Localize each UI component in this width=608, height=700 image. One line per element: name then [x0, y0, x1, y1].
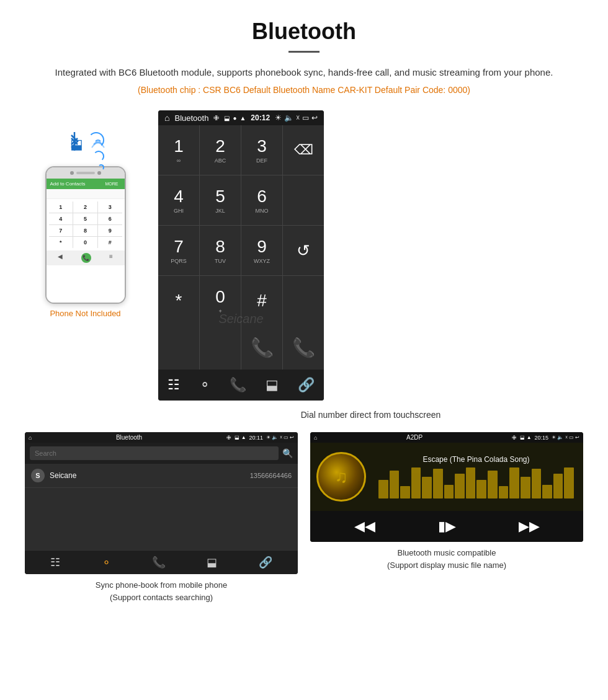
dial-key-4[interactable]: 4 GHI — [158, 175, 199, 225]
dial-cell-backspace[interactable]: ⌫ — [283, 125, 324, 175]
phone-key-6: 6 — [98, 213, 122, 224]
hu-title: Bluetooth — [174, 113, 208, 123]
dial-key-7[interactable]: 7 PQRS — [158, 226, 199, 275]
grid-icon[interactable]: ☷ — [168, 377, 180, 393]
pb-person-icon[interactable]: ⚬ — [102, 556, 111, 569]
dial-key-9[interactable]: 9 WXYZ — [241, 226, 282, 275]
link-icon[interactable]: 🔗 — [298, 377, 315, 393]
phone-screen-header: Add to Contacts MORE — [47, 179, 125, 189]
bluetooth-bar-icon[interactable]: ⬓ — [266, 377, 279, 393]
music-time: 20:15 — [535, 435, 549, 441]
music-title: A2DP — [320, 434, 508, 441]
location-icon: ● — [233, 115, 236, 122]
dial-key-0[interactable]: 0 + — [200, 276, 241, 326]
person-icon[interactable]: ⚬ — [199, 377, 210, 393]
next-track-icon[interactable]: ▶▶ — [519, 518, 540, 534]
dial-key-1[interactable]: 1 ∞ — [158, 125, 199, 175]
dial-cell-empty-5 — [158, 326, 199, 370]
dial-call-red-btn[interactable]: 📞 — [283, 326, 324, 370]
pb-grid-icon[interactable]: ☷ — [50, 556, 60, 569]
pb-bt-icon: ⬓ — [235, 435, 239, 440]
phone-number-display — [47, 189, 125, 199]
dial-key-hash[interactable]: # — [241, 276, 282, 326]
phone-key-3: 3 — [98, 202, 122, 213]
pb-contact-row: S Seicane 13566664466 — [25, 464, 298, 488]
phone-key-0: 0 — [73, 237, 97, 248]
pb-contact-name: Seicane — [50, 471, 245, 480]
prev-track-icon[interactable]: ◀◀ — [354, 518, 375, 534]
refresh-icon: ↺ — [297, 241, 310, 260]
phone-sensor — [97, 171, 101, 175]
pb-search-icon[interactable]: 🔍 — [282, 448, 293, 458]
music-item: ⌂ A2DP ✙ ⬓ ▲ 20:15 ☀ 🔈 ☓ ▭ ↩ ♫ — [310, 432, 583, 603]
dial-screen-wrapper: ⌂ Bluetooth ✙ ⬓ ● ▲ 20:12 ☀ 🔈 ☓ ▭ ↩ — [158, 110, 324, 401]
music-note-icon: ♫ — [335, 467, 348, 487]
phone-camera — [70, 171, 74, 175]
phone-speaker — [76, 172, 95, 174]
phone-header-label: Add to Contacts — [50, 181, 86, 187]
dial-key-5[interactable]: 5 JKL — [200, 175, 241, 225]
pb-link-icon[interactable]: 🔗 — [259, 556, 272, 569]
phone-mockup: Add to Contacts MORE 1 2 3 4 5 6 7 8 9 — [45, 166, 126, 304]
music-viz: Escape (The Pina Colada Song) — [375, 455, 577, 498]
phone-key-7: 7 — [49, 225, 73, 236]
phone-key-9: 9 — [98, 225, 122, 236]
eq-bar — [521, 477, 530, 498]
page-title: Bluetooth — [25, 19, 583, 45]
back-icon: ↩ — [311, 113, 318, 122]
hu-home-icon: ⌂ — [164, 113, 169, 123]
music-status-bar: ⌂ A2DP ✙ ⬓ ▲ 20:15 ☀ 🔈 ☓ ▭ ↩ — [310, 432, 583, 443]
dial-key-8[interactable]: 8 TUV — [200, 226, 241, 275]
pb-signal-icon: ▲ — [241, 435, 246, 440]
music-home-icon: ⌂ — [314, 435, 317, 441]
dial-key-6[interactable]: 6 MNO — [241, 175, 282, 225]
eq-bar — [553, 474, 563, 498]
eq-bar — [411, 467, 421, 498]
phone-key-2: 2 — [73, 202, 97, 213]
music-caption: Bluetooth music compatible(Support displ… — [310, 547, 583, 571]
pb-phone-icon[interactable]: 📞 — [152, 556, 166, 569]
hu-time: 20:12 — [251, 113, 270, 122]
window-icon: ▭ — [302, 113, 309, 122]
backspace-icon: ⌫ — [294, 142, 313, 158]
eq-bar — [532, 469, 542, 498]
eq-bar — [400, 486, 410, 498]
dial-call-green-btn[interactable]: 📞 — [241, 326, 282, 370]
call-red-icon: 📞 — [292, 337, 315, 358]
bluetooth-signal-icon: ⬓ — [67, 129, 104, 160]
dial-key-star[interactable]: * — [158, 276, 199, 326]
phone-back-icon: ◀ — [58, 253, 63, 263]
music-signal-icon: ▲ — [527, 435, 532, 440]
eq-bar — [466, 467, 476, 498]
pb-search-input[interactable] — [30, 446, 279, 460]
bluetooth-symbol — [68, 132, 81, 151]
play-pause-icon[interactable]: ▮▶ — [438, 518, 456, 534]
music-status-icons: ⬓ ▲ — [520, 435, 532, 440]
dial-key-2[interactable]: 2 ABC — [200, 125, 241, 175]
phone-key-4: 4 — [49, 213, 73, 224]
phone-key-8: 8 — [73, 225, 97, 236]
dial-cell-empty-4 — [283, 276, 324, 326]
head-unit-dial-screen: ⌂ Bluetooth ✙ ⬓ ● ▲ 20:12 ☀ 🔈 ☓ ▭ ↩ — [158, 110, 324, 401]
music-caption-text: Bluetooth music compatible(Support displ… — [387, 548, 506, 570]
phone-bottom-bar: ◀ 📞 ≡ — [47, 250, 125, 265]
phone-more-btn: MORE — [103, 181, 121, 187]
pb-bt-bottom-icon[interactable]: ⬓ — [207, 556, 217, 569]
eq-bar — [488, 471, 498, 498]
dial-cell-empty-6 — [200, 326, 241, 370]
phone-key-star: * — [49, 237, 73, 248]
pb-home-icon: ⌂ — [29, 435, 32, 441]
pb-right-icons: ☀ 🔈 ☓ ▭ ↩ — [266, 435, 294, 440]
dialpad-bottom-bar: ☷ ⚬ 📞 ⬓ 🔗 — [158, 370, 324, 401]
dial-cell-refresh[interactable]: ↺ — [283, 226, 324, 275]
phone-icon[interactable]: 📞 — [230, 377, 246, 393]
music-content: ♫ Escape (The Pina Colada Song) — [310, 443, 583, 511]
volume-icon: 🔈 — [284, 113, 293, 122]
title-divider — [288, 51, 320, 53]
hu-right-icons: ☀ 🔈 ☓ ▭ ↩ — [275, 113, 318, 122]
dial-key-3[interactable]: 3 DEF — [241, 125, 282, 175]
pb-contact-letter: S — [31, 469, 45, 482]
phonebook-caption-text: Sync phone-book from mobile phone(Suppor… — [96, 580, 227, 602]
phone-call-btn[interactable]: 📞 — [81, 253, 91, 263]
eq-bar — [509, 467, 519, 498]
